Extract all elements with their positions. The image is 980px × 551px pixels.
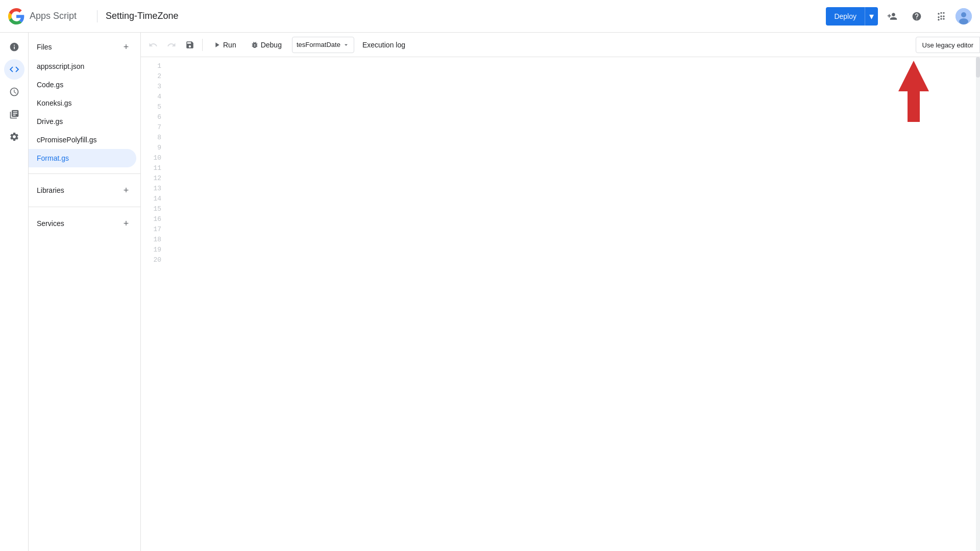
line-number: 12 xyxy=(141,173,161,184)
scrollbar-track[interactable] xyxy=(976,57,980,551)
use-legacy-editor-label: Use legacy editor xyxy=(922,41,973,49)
code-editor[interactable]: 1 2 3 4 5 6 7 8 9 10 11 12 13 14 15 16 1… xyxy=(141,57,980,551)
services-section: Services + xyxy=(29,209,140,238)
executions-icon xyxy=(9,109,19,119)
line-number: 1 xyxy=(141,61,161,71)
settings-icon xyxy=(9,132,19,142)
sidebar-item-editor[interactable] xyxy=(4,59,24,80)
libraries-section-header: Libraries + xyxy=(29,180,140,201)
sidebar-divider-2 xyxy=(29,207,140,207)
execution-log-label: Execution log xyxy=(362,41,405,49)
clock-icon xyxy=(9,87,19,97)
editor-toolbar: Run Debug tesFormatDate Execution log xyxy=(141,33,980,57)
sidebar: Files + appsscript.json Code.gs Koneksi.… xyxy=(29,33,141,551)
add-service-icon: + xyxy=(124,218,129,229)
file-item-code[interactable]: Code.gs xyxy=(29,76,140,94)
line-number: 8 xyxy=(141,133,161,143)
project-name-label: Setting-TimeZone xyxy=(106,11,178,21)
deploy-button[interactable]: Deploy ▾ xyxy=(826,7,878,26)
deploy-dropdown-icon[interactable]: ▾ xyxy=(865,7,878,26)
line-number: 13 xyxy=(141,184,161,194)
apps-grid-icon xyxy=(936,11,946,21)
run-button[interactable]: Run xyxy=(207,37,242,53)
file-name: appsscript.json xyxy=(37,62,84,70)
file-name: cPromisePolyfill.gs xyxy=(37,136,96,144)
toolbar-separator-1 xyxy=(202,39,203,51)
file-item-drive[interactable]: Drive.gs xyxy=(29,112,140,131)
file-item-format[interactable]: Format.gs xyxy=(29,149,136,167)
help-icon xyxy=(912,11,922,21)
info-circle-icon xyxy=(9,42,19,52)
dropdown-arrow-icon xyxy=(342,41,350,48)
sidebar-item-executions[interactable] xyxy=(4,104,24,124)
libraries-label: Libraries xyxy=(37,186,64,194)
redo-button[interactable] xyxy=(163,37,180,53)
add-library-button[interactable]: + xyxy=(120,184,132,196)
execution-log-button[interactable]: Execution log xyxy=(356,37,411,53)
header-actions: Deploy ▾ xyxy=(826,6,972,27)
line-numbers: 1 2 3 4 5 6 7 8 9 10 11 12 13 14 15 16 1… xyxy=(141,57,167,551)
file-item-koneksi[interactable]: Koneksi.gs xyxy=(29,94,140,112)
file-item-cpromise[interactable]: cPromisePolyfill.gs xyxy=(29,131,140,149)
files-section: Files + appsscript.json Code.gs Koneksi.… xyxy=(29,33,140,171)
scrollbar-thumb[interactable] xyxy=(976,57,980,78)
file-name: Koneksi.gs xyxy=(37,99,71,107)
add-user-button[interactable] xyxy=(882,6,902,27)
editor-container: Run Debug tesFormatDate Execution log Us… xyxy=(141,33,980,551)
header-divider xyxy=(97,10,97,22)
services-label: Services xyxy=(37,219,64,228)
sidebar-divider-1 xyxy=(29,173,140,174)
function-selector[interactable]: tesFormatDate xyxy=(292,37,354,53)
save-button[interactable] xyxy=(182,37,198,53)
file-name: Drive.gs xyxy=(37,117,63,126)
line-number: 10 xyxy=(141,153,161,163)
undo-icon xyxy=(149,40,158,49)
line-number: 20 xyxy=(141,255,161,265)
services-section-header: Services + xyxy=(29,213,140,234)
add-service-button[interactable]: + xyxy=(120,217,132,230)
function-name: tesFormatDate xyxy=(297,41,340,48)
add-user-icon xyxy=(887,11,897,21)
code-content-area[interactable] xyxy=(167,57,980,551)
files-section-header: Files + xyxy=(29,37,140,57)
add-library-icon: + xyxy=(124,185,129,196)
file-name: Code.gs xyxy=(37,81,63,89)
deploy-button-label: Deploy xyxy=(826,7,865,26)
avatar-image xyxy=(955,8,972,24)
user-avatar[interactable] xyxy=(955,8,972,24)
redo-icon xyxy=(167,40,176,49)
line-number: 14 xyxy=(141,194,161,204)
line-number: 2 xyxy=(141,71,161,82)
file-item-appsscript[interactable]: appsscript.json xyxy=(29,57,140,76)
debug-button-label: Debug xyxy=(261,41,282,49)
use-legacy-editor-button[interactable]: Use legacy editor xyxy=(916,37,980,53)
main-layout: Files + appsscript.json Code.gs Koneksi.… xyxy=(0,33,980,551)
svg-point-1 xyxy=(961,12,966,17)
undo-button[interactable] xyxy=(145,37,161,53)
line-number: 7 xyxy=(141,122,161,133)
debug-button[interactable]: Debug xyxy=(244,37,288,53)
sidebar-item-triggers[interactable] xyxy=(4,82,24,102)
line-number: 16 xyxy=(141,214,161,224)
line-number: 17 xyxy=(141,224,161,235)
help-button[interactable] xyxy=(906,6,927,27)
icon-rail xyxy=(0,33,29,551)
line-number: 6 xyxy=(141,112,161,122)
line-number: 15 xyxy=(141,204,161,214)
line-number: 11 xyxy=(141,163,161,173)
apps-grid-button[interactable] xyxy=(931,6,951,27)
sidebar-item-overview[interactable] xyxy=(4,37,24,57)
run-button-label: Run xyxy=(223,41,236,49)
line-number: 4 xyxy=(141,92,161,102)
line-number: 3 xyxy=(141,82,161,92)
add-file-icon: + xyxy=(124,42,129,53)
code-icon xyxy=(9,64,20,75)
app-name-label: Apps Script xyxy=(30,11,77,21)
sidebar-item-settings[interactable] xyxy=(4,127,24,147)
line-number: 9 xyxy=(141,143,161,153)
save-icon xyxy=(185,40,194,49)
libraries-section: Libraries + xyxy=(29,176,140,205)
debug-icon xyxy=(251,41,259,49)
google-logo-icon xyxy=(8,8,24,24)
add-file-button[interactable]: + xyxy=(120,41,132,53)
